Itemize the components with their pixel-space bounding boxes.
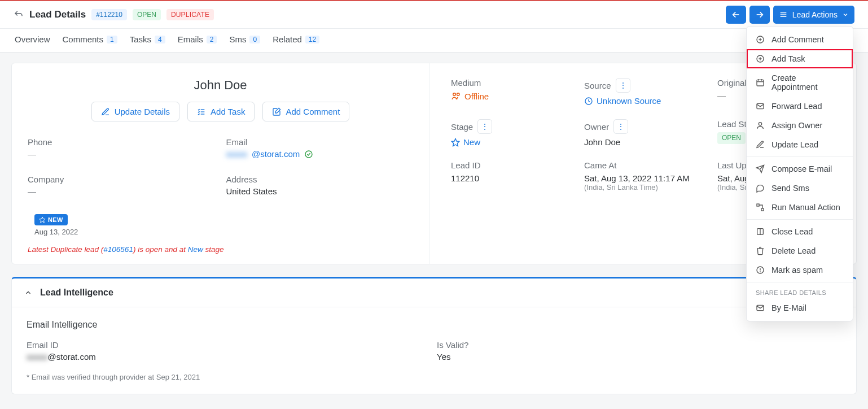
meta-owner: Owner ⋮ John Doe <box>584 119 706 147</box>
topbar: Lead Details #112210 OPEN DUPLICATE Lead… <box>0 1 868 29</box>
intel-email-label: Email ID <box>27 340 431 350</box>
menu-delete-lead[interactable]: Delete Lead <box>747 241 853 260</box>
page-title: Lead Details <box>29 9 86 20</box>
menu-send-sms[interactable]: Send Sms <box>747 179 853 198</box>
duplicate-chip: DUPLICATE <box>166 9 214 21</box>
duplicate-note: Latest Duplicate lead (#106561) is open … <box>28 245 413 254</box>
clock-icon <box>584 97 593 106</box>
lead-actions-button[interactable]: Lead Actions <box>773 6 854 24</box>
stage-badge: NEW <box>34 214 68 225</box>
stage-date: Aug 13, 2022 <box>34 228 413 236</box>
svg-rect-18 <box>757 80 764 86</box>
add-task-button[interactable]: Add Task <box>187 102 255 121</box>
meta-medium: Medium Offline <box>451 78 573 106</box>
tab-emails[interactable]: Emails2 <box>178 34 217 44</box>
menu-share-section: SHARE LEAD DETAILS <box>747 285 853 298</box>
svg-marker-11 <box>451 138 459 146</box>
tab-sms[interactable]: Sms0 <box>229 34 260 44</box>
collapse-icon[interactable] <box>24 289 32 297</box>
tab-related[interactable]: Related12 <box>273 34 319 44</box>
svg-marker-7 <box>40 217 45 223</box>
intel-note: * Email was verified through provider at… <box>27 373 841 381</box>
meta-source: Source ⋮ Unknown Source <box>584 78 706 106</box>
phone-block: Phone — <box>28 137 215 159</box>
source-menu-button[interactable]: ⋮ <box>616 78 630 93</box>
prev-lead-button[interactable] <box>726 6 746 24</box>
menu-assign-owner[interactable]: Assign Owner <box>747 116 853 135</box>
edit-icon <box>756 140 765 149</box>
lead-id-chip: #112210 <box>91 9 127 21</box>
menu-share-by-email[interactable]: By E-Mail <box>747 298 853 317</box>
offline-icon <box>451 91 461 101</box>
mail-icon <box>756 303 765 312</box>
calendar-icon <box>756 78 765 87</box>
menu-mark-spam[interactable]: Mark as spam <box>747 260 853 280</box>
star-icon <box>39 216 46 223</box>
email-block: Email xxxxx@storat.com <box>226 137 414 159</box>
list-check-icon <box>197 107 206 116</box>
lead-name: John Doe <box>28 78 413 93</box>
meta-stage: Stage ⋮ New <box>451 119 573 147</box>
lead-card: John Doe Update Details Add Task Add Com… <box>11 63 857 264</box>
meta-lead-id: Lead ID 112210 <box>451 160 573 192</box>
svg-rect-25 <box>761 208 764 211</box>
star-outline-icon <box>451 138 460 147</box>
company-value: — <box>28 186 215 196</box>
dup-lead-link[interactable]: #106561 <box>103 245 133 254</box>
pencil-icon <box>101 107 110 116</box>
intel-subtitle: Email Intelligence <box>27 320 841 330</box>
alert-icon <box>756 266 765 275</box>
lead-actions-label: Lead Actions <box>792 10 838 19</box>
company-label: Company <box>28 175 215 184</box>
intel-email-value: xxxxx@storat.com <box>27 352 431 362</box>
tabs: Overview Comments1 Tasks4 Emails2 Sms0 R… <box>0 29 868 53</box>
tab-overview[interactable]: Overview <box>15 34 50 44</box>
flow-icon <box>756 203 765 212</box>
phone-label: Phone <box>28 137 215 147</box>
svg-point-6 <box>305 151 312 158</box>
email-label: Email <box>226 137 414 147</box>
svg-point-23 <box>759 123 761 125</box>
phone-value: — <box>28 149 215 159</box>
note-add-icon <box>272 107 281 116</box>
archive-icon <box>756 227 765 236</box>
menu-add-task[interactable]: Add Task <box>747 49 853 68</box>
menu-update-lead[interactable]: Update Lead <box>747 135 853 154</box>
stage-menu-button[interactable]: ⋮ <box>477 119 492 134</box>
meta-came-at: Came At Sat, Aug 13, 2022 11:17 AM (Indi… <box>584 160 706 192</box>
trash-icon <box>756 246 765 255</box>
svg-point-8 <box>453 93 456 96</box>
menu-create-appointment[interactable]: Create Appointment <box>747 68 853 97</box>
send-icon <box>756 164 765 173</box>
email-value[interactable]: xxxxx@storat.com <box>226 149 314 159</box>
company-block: Company — <box>28 175 215 196</box>
intel-title: Lead Intelligence <box>40 288 113 298</box>
lead-intelligence-card: Lead Intelligence Email Intelligence Ema… <box>11 277 857 394</box>
menu-close-lead[interactable]: Close Lead <box>747 222 853 241</box>
status-chip: OPEN <box>133 9 161 21</box>
next-lead-button[interactable] <box>749 6 770 24</box>
tab-comments[interactable]: Comments1 <box>63 34 117 44</box>
verified-icon <box>304 150 313 159</box>
address-block: Address United States <box>226 175 414 196</box>
menu-compose-email[interactable]: Compose E-mail <box>747 159 853 179</box>
svg-point-9 <box>457 93 460 96</box>
add-comment-button[interactable]: Add Comment <box>262 102 349 121</box>
intel-isvalid-value: Yes <box>437 352 841 362</box>
update-details-button[interactable]: Update Details <box>91 102 179 121</box>
lead-actions-menu: Add Comment Add Task Create Appointment … <box>746 26 853 321</box>
user-icon <box>756 121 765 130</box>
chat-icon <box>756 184 765 193</box>
plus-circle-icon <box>756 54 765 63</box>
mail-icon <box>756 102 765 111</box>
address-label: Address <box>226 175 414 184</box>
svg-rect-24 <box>757 204 759 206</box>
menu-add-comment[interactable]: Add Comment <box>747 30 853 49</box>
svg-point-30 <box>760 272 761 272</box>
menu-forward-lead[interactable]: Forward Lead <box>747 97 853 116</box>
owner-menu-button[interactable]: ⋮ <box>613 119 628 134</box>
back-icon[interactable] <box>14 10 24 20</box>
tab-tasks[interactable]: Tasks4 <box>130 34 165 44</box>
intel-isvalid-label: Is Valid? <box>437 340 841 350</box>
menu-run-manual-action[interactable]: Run Manual Action <box>747 198 853 217</box>
